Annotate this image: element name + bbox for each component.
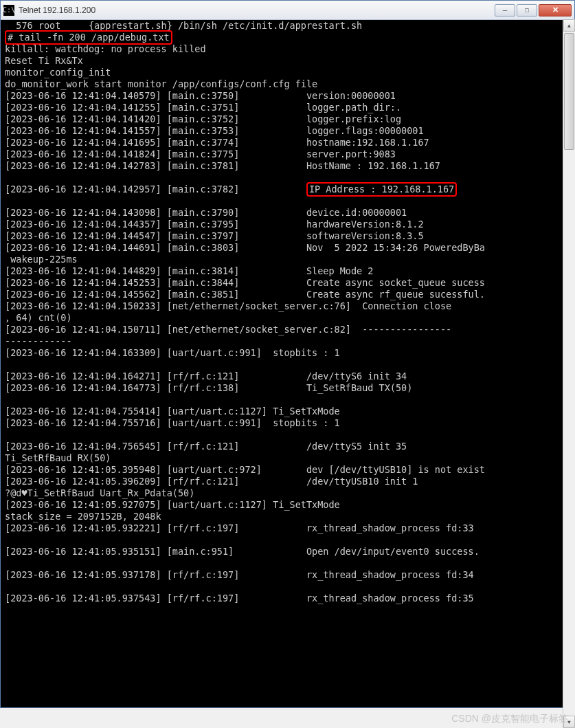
window-controls: ─ □ ✕ [495,4,572,16]
terminal-line [5,359,570,371]
terminal-line: [2023-06-16 12:41:04.144691] [main.c:380… [5,242,570,254]
terminal-line: [2023-06-16 12:41:04.141824] [main.c:377… [5,148,570,160]
watermark: CSDN @皮克智能电子标签 [451,713,568,725]
terminal-line: Ti_SetRfBaud RX(50) [5,452,570,464]
terminal-line: [2023-06-16 12:41:04.150233] [net/ethern… [5,300,570,312]
terminal-line [5,558,570,569]
terminal-line: [2023-06-16 12:41:04.141255] [main.c:375… [5,102,570,113]
terminal-line: [2023-06-16 12:41:04.755414] [uart/uart.… [5,406,570,417]
terminal-line: [2023-06-16 12:41:04.140579] [main.c:375… [5,90,570,102]
terminal-line: [2023-06-16 12:41:05.937178] [rf/rf.c:19… [5,569,570,581]
telnet-window: C:\ Telnet 192.168.1.200 ─ □ ✕ 576 root … [0,0,575,708]
terminal-line: [2023-06-16 12:41:04.144357] [main.c:379… [5,219,570,230]
terminal-line [5,195,570,207]
ip-address-line: [2023-06-16 12:41:04.142957] [main.c:378… [5,184,570,195]
terminal-line [5,172,570,184]
terminal-line: [2023-06-16 12:41:05.935151] [main.c:951… [5,546,570,558]
terminal-line [5,429,570,441]
terminal-line: ?@d♥Ti_SetRfBaud Uart_Rx_Pdata(50) [5,487,570,499]
terminal-line: [2023-06-16 12:41:04.164773] [rf/rf.c:13… [5,382,570,394]
highlight-command: # tail -fn 200 /app/debug.txt [5,30,172,45]
vertical-scrollbar[interactable]: ▲ ▼ [563,19,575,728]
highlight-ip: IP Address : 192.168.1.167 [306,182,457,197]
terminal-line: [2023-06-16 12:41:04.142783] [main.c:378… [5,160,570,172]
titlebar[interactable]: C:\ Telnet 192.168.1.200 ─ □ ✕ [1,1,574,20]
terminal-line: [2023-06-16 12:41:04.150711] [net/ethern… [5,324,570,335]
terminal-line: [2023-06-16 12:41:04.756545] [rf/rf.c:12… [5,441,570,452]
terminal-line: ------------ [5,335,570,347]
scroll-up-button[interactable]: ▲ [563,19,575,32]
terminal-line [5,394,570,406]
maximize-button[interactable]: □ [517,4,537,16]
terminal-line: [2023-06-16 12:41:05.937543] [rf/rf.c:19… [5,593,570,604]
terminal-line: killall: watchdog: no process killed [5,43,570,55]
terminal-line: [2023-06-16 12:41:04.145562] [main.c:385… [5,289,570,300]
terminal-line: [2023-06-16 12:41:04.755716] [uart/uart.… [5,417,570,429]
command-line: # tail -fn 200 /app/debug.txt [5,32,570,43]
close-button[interactable]: ✕ [539,4,572,16]
terminal-line: [2023-06-16 12:41:05.927075] [uart/uart.… [5,499,570,511]
terminal-line: [2023-06-16 12:41:04.144829] [main.c:381… [5,265,570,277]
terminal-line: stack_size = 2097152B, 2048k [5,511,570,522]
terminal-line [5,581,570,593]
terminal-line: [2023-06-16 12:41:04.144547] [main.c:379… [5,230,570,242]
terminal-line: [2023-06-16 12:41:04.164271] [rf/rf.c:12… [5,371,570,382]
window-title: Telnet 192.168.1.200 [19,5,495,15]
terminal-line: [2023-06-16 12:41:04.145253] [main.c:384… [5,277,570,289]
terminal-line [5,534,570,546]
terminal-line: monitor_config_init [5,67,570,78]
terminal-line: [2023-06-16 12:41:05.396209] [rf/rf.c:12… [5,476,570,487]
terminal-line: wakeup-225ms [5,254,570,265]
scroll-thumb[interactable] [564,33,574,150]
terminal-line: Reset Ti Rx&Tx [5,55,570,67]
app-icon: C:\ [3,5,14,16]
terminal-line: [2023-06-16 12:41:04.141695] [main.c:377… [5,137,570,148]
terminal-output[interactable]: 576 root {apprestart.sh} /bin/sh /etc/in… [1,20,574,707]
terminal-line: [2023-06-16 12:41:04.143098] [main.c:379… [5,207,570,219]
terminal-line: , 64) cnt(0) [5,312,570,324]
minimize-button[interactable]: ─ [495,4,515,16]
terminal-line: [2023-06-16 12:41:04.141557] [main.c:375… [5,125,570,137]
terminal-line: [2023-06-16 12:41:05.395948] [uart/uart.… [5,464,570,476]
terminal-line: [2023-06-16 12:41:05.932221] [rf/rf.c:19… [5,522,570,534]
terminal-line: do_monitor_work start monitor /app/confi… [5,78,570,90]
terminal-line: [2023-06-16 12:41:04.141420] [main.c:375… [5,113,570,125]
terminal-line: [2023-06-16 12:41:04.163309] [uart/uart.… [5,347,570,359]
